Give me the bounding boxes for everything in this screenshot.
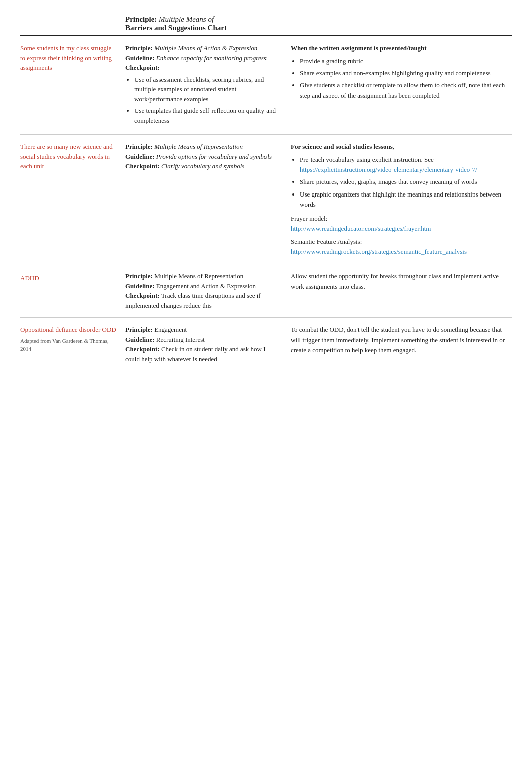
- principle-adhd: Principle: Multiple Means of Representat…: [120, 271, 281, 310]
- header-principle-label: Principle:: [125, 15, 159, 23]
- frayer-model-label: Frayer model: http://www.readingeducator…: [291, 214, 512, 234]
- suggestion-writing-1: Provide a grading rubric: [300, 56, 512, 66]
- header-barrier: [20, 15, 120, 32]
- guideline-value-3: Engagement and Action & Expression: [156, 282, 256, 290]
- footer-attribution: Adapted from Van Garderen & Thomas, 2014: [20, 337, 116, 353]
- principle-value-4: Engagement: [154, 326, 187, 333]
- barrier-writing: Some students in my class struggle to ex…: [20, 43, 120, 127]
- page: Principle: Multiple Means of Barriers an…: [0, 0, 532, 386]
- suggestion-odd-text: To combat the ODD, don't tell the studen…: [291, 326, 505, 353]
- guideline-label-3: Guideline:: [125, 282, 156, 290]
- table-row-vocabulary: There are so many new science and social…: [20, 135, 512, 264]
- header-principle: Principle: Multiple Means of Barriers an…: [120, 15, 281, 32]
- principle-vocabulary: Principle: Multiple Means of Representat…: [120, 142, 281, 257]
- suggestions-list-writing: Provide a grading rubric Share examples …: [300, 56, 512, 101]
- principle-odd: Principle: Engagement Guideline: Recruit…: [120, 325, 281, 364]
- principle-writing: Principle: Multiple Means of Action & Ex…: [120, 43, 281, 127]
- guideline-value-2: Provide options for vocabulary and symbo…: [156, 153, 272, 160]
- principle-value-1: Multiple Means of Action & Expression: [154, 44, 257, 52]
- link-explicit-instruction[interactable]: https://explicitinstruction.org/video-el…: [300, 166, 477, 173]
- suggestions-writing: When the written assignment is presented…: [281, 43, 512, 127]
- principle-value-2: Multiple Means of Representation: [154, 143, 243, 150]
- principle-label-3: Principle:: [125, 272, 154, 280]
- suggestion-writing-3: Give students a checklist or template to…: [300, 80, 512, 100]
- checkpoint-label-2: Checkpoint:: [125, 162, 161, 170]
- link-frayer[interactable]: http://www.readingeducator.com/strategie…: [291, 225, 431, 232]
- suggestion-vocab-1: Pre-teach vocabulary using explicit inst…: [300, 155, 512, 175]
- guideline-value-4: Recruiting Interest: [156, 336, 205, 343]
- guideline-value-1: Enhance capacity for monitoring progress: [156, 54, 267, 62]
- principle-label-4: Principle:: [125, 326, 154, 333]
- link-semantic[interactable]: http://www.readingrockets.org/strategies…: [291, 248, 467, 255]
- checkpoint-label-1: Checkpoint:: [125, 64, 160, 71]
- checkpoint-list-1: Use of assessment checklists, scoring ru…: [134, 75, 281, 126]
- barrier-vocabulary: There are so many new science and social…: [20, 142, 120, 257]
- suggestions-heading-vocabulary: For science and social studies lessons,: [291, 142, 512, 152]
- principle-label-1: Principle:: [125, 44, 154, 52]
- checkpoint-item-1-2: Use templates that guide self-reflection…: [134, 106, 281, 125]
- suggestions-vocabulary: For science and social studies lessons, …: [281, 142, 512, 257]
- suggestion-vocab-2: Share pictures, video, graphs, images th…: [300, 177, 512, 187]
- semantic-analysis-label: Semantic Feature Analysis: http://www.re…: [291, 237, 512, 257]
- suggestions-odd: To combat the ODD, don't tell the studen…: [281, 325, 512, 364]
- principle-label-2: Principle:: [125, 143, 154, 150]
- barrier-adhd: ADHD: [20, 271, 120, 310]
- suggestion-vocab-3: Use graphic organizers that highlight th…: [300, 189, 512, 210]
- table-row-writing: Some students in my class struggle to ex…: [20, 36, 512, 135]
- suggestions-list-vocab: Pre-teach vocabulary using explicit inst…: [300, 155, 512, 210]
- principle-value-3: Multiple Means of Representation: [154, 272, 243, 280]
- table-header: Principle: Multiple Means of Barriers an…: [20, 15, 512, 36]
- checkpoint-value-2: Clarify vocabulary and symbols: [161, 162, 244, 170]
- suggestion-writing-2: Share examples and non-examples highligh…: [300, 68, 512, 78]
- guideline-label-2: Guideline:: [125, 153, 156, 160]
- guideline-label-1: Guideline:: [125, 54, 156, 62]
- checkpoint-label-3: Checkpoint:: [125, 292, 161, 299]
- table-row-odd: Oppositional defiance disorder ODD Adapt…: [20, 318, 512, 371]
- suggestions-heading-writing: When the written assignment is presented…: [291, 43, 512, 53]
- suggestions-adhd: Allow student the opportunity for breaks…: [281, 271, 512, 310]
- checkpoint-item-1-1: Use of assessment checklists, scoring ru…: [134, 75, 281, 104]
- header-suggestions: [281, 15, 512, 32]
- barrier-odd: Oppositional defiance disorder ODD Adapt…: [20, 325, 120, 364]
- header-actions-label: Barriers and Suggestions Chart: [125, 24, 227, 32]
- checkpoint-label-4: Checkpoint:: [125, 345, 161, 353]
- table-row-adhd: ADHD Principle: Multiple Means of Repres…: [20, 264, 512, 318]
- suggestion-adhd-text: Allow student the opportunity for breaks…: [291, 272, 499, 290]
- guideline-label-4: Guideline:: [125, 336, 156, 343]
- header-principle-value: Multiple Means of: [159, 15, 214, 23]
